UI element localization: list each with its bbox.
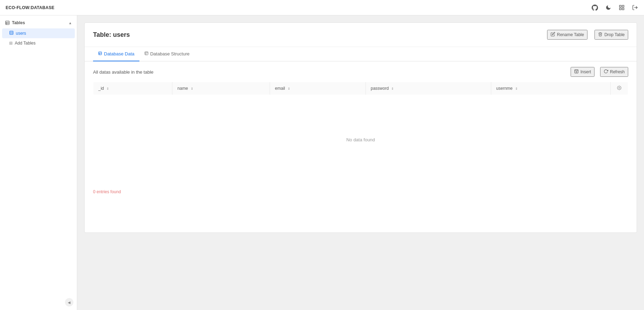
data-area: All datas available in the table Insert (85, 61, 637, 200)
rename-icon (551, 32, 555, 38)
table-row-icon (9, 31, 14, 36)
col-password-label: password (371, 86, 389, 91)
sort-icon-name: ⇕ (191, 87, 193, 90)
tab-database-data[interactable]: Database Data (93, 47, 139, 61)
data-area-header: All datas available in the table Insert (93, 67, 628, 77)
sidebar-section-header: Tables ▲ (0, 15, 77, 28)
table-header-row: _id ⇕ name ⇕ email ⇕ (93, 82, 628, 95)
tab-data-icon (98, 51, 102, 56)
main-content: Table: users Rename Table (77, 15, 644, 310)
empty-message: No data found (346, 137, 375, 142)
add-tables-item[interactable]: ⊞ Add Tables (2, 39, 75, 48)
svg-point-22 (619, 87, 620, 88)
app-layout: Tables ▲ users ⊞ Add Tables ◀ (0, 15, 644, 310)
insert-button[interactable]: Insert (571, 67, 594, 77)
col-username-label: usernme (496, 86, 513, 91)
data-table: _id ⇕ name ⇕ email ⇕ (93, 82, 628, 95)
tab-database-structure[interactable]: Database Structure (139, 47, 195, 61)
tab-structure-icon (144, 51, 149, 56)
svg-rect-8 (10, 31, 13, 35)
col-email[interactable]: email ⇕ (270, 82, 366, 95)
svg-rect-1 (622, 5, 624, 7)
entries-count: 0 entries found (93, 189, 628, 194)
sidebar-bottom: ◀ (0, 295, 77, 310)
sidebar-item-users[interactable]: users (2, 28, 75, 38)
tab-database-data-label: Database Data (104, 51, 134, 56)
topbar-icons (591, 4, 638, 11)
refresh-label: Refresh (610, 69, 625, 74)
col-name[interactable]: name ⇕ (172, 82, 270, 95)
col-id-label: _id (98, 86, 104, 91)
table-header: Table: users Rename Table (85, 23, 637, 47)
sort-icon-password: ⇕ (391, 87, 394, 90)
refresh-button[interactable]: Refresh (600, 67, 628, 77)
logout-icon[interactable] (631, 4, 638, 11)
col-username[interactable]: usernme ⇕ (491, 82, 611, 95)
col-name-label: name (177, 86, 188, 91)
insert-label: Insert (580, 69, 591, 74)
svg-rect-4 (6, 21, 9, 25)
tab-database-structure-label: Database Structure (150, 51, 190, 56)
github-icon[interactable] (591, 4, 598, 11)
col-actions (611, 82, 628, 95)
svg-rect-2 (619, 8, 621, 10)
svg-rect-3 (622, 8, 624, 10)
refresh-icon (604, 69, 608, 75)
sidebar-collapse-button[interactable]: ◀ (65, 298, 73, 306)
add-icon: ⊞ (9, 41, 13, 46)
sort-icon-username: ⇕ (515, 87, 518, 90)
data-area-title: All datas available in the table (93, 69, 153, 75)
table-actions: Rename Table Drop Table (547, 30, 628, 40)
add-tables-label: Add Tables (15, 41, 35, 46)
data-area-actions: Insert Refresh (571, 67, 628, 77)
sort-icon-email: ⇕ (288, 87, 290, 90)
moon-icon[interactable] (605, 4, 612, 11)
col-id[interactable]: _id ⇕ (93, 82, 172, 95)
trash-icon (598, 32, 603, 38)
content-card: Table: users Rename Table (84, 22, 637, 233)
topbar: ECO-FLOW:DATABASE (0, 0, 644, 15)
collapse-icon: ◀ (68, 301, 71, 304)
sort-icon-id: ⇕ (106, 87, 109, 90)
sidebar-section-label-text: Tables (12, 20, 25, 25)
svg-rect-15 (145, 52, 148, 55)
settings-icon[interactable] (617, 86, 622, 91)
grid-icon[interactable] (618, 4, 625, 11)
insert-icon (574, 69, 579, 75)
rename-table-label: Rename Table (557, 32, 584, 37)
sidebar-section-label: Tables (5, 20, 25, 25)
table-icon (5, 20, 10, 25)
svg-rect-11 (99, 52, 102, 55)
rename-table-button[interactable]: Rename Table (547, 30, 587, 40)
app-title: ECO-FLOW:DATABASE (6, 5, 54, 10)
sidebar-top: Tables ▲ users ⊞ Add Tables (0, 15, 77, 48)
svg-rect-0 (619, 5, 621, 7)
tabs: Database Data Database Structure (85, 47, 637, 61)
sidebar: Tables ▲ users ⊞ Add Tables ◀ (0, 15, 77, 310)
empty-state: No data found (93, 95, 628, 184)
sidebar-item-users-label: users (16, 31, 26, 36)
drop-table-label: Drop Table (604, 32, 625, 37)
drop-table-button[interactable]: Drop Table (594, 30, 628, 40)
col-password[interactable]: password ⇕ (366, 82, 491, 95)
table-title: Table: users (93, 31, 130, 39)
sidebar-chevron[interactable]: ▲ (68, 21, 72, 25)
col-email-label: email (275, 86, 285, 91)
entries-count-label: 0 entries found (93, 189, 121, 194)
